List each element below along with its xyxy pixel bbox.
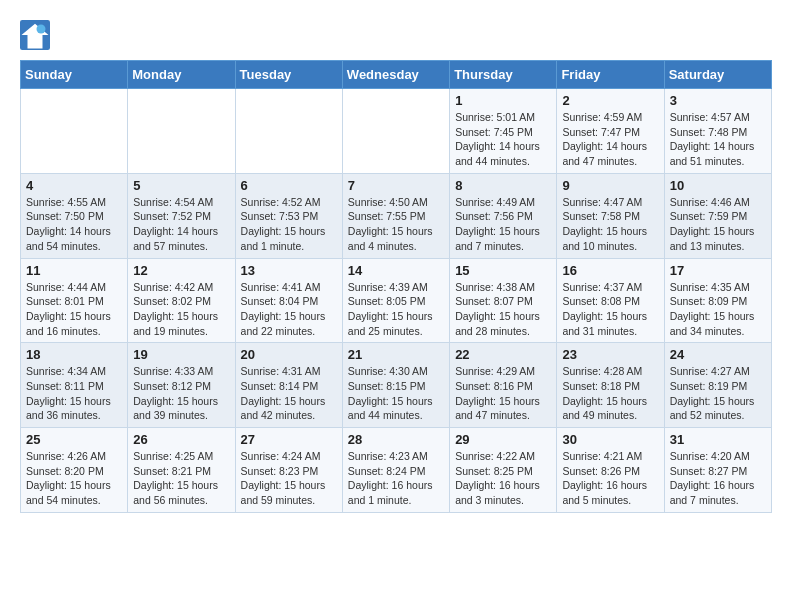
cell-content: Sunrise: 4:41 AM Sunset: 8:04 PM Dayligh… bbox=[241, 280, 337, 339]
day-number: 5 bbox=[133, 178, 229, 193]
calendar-cell bbox=[342, 89, 449, 174]
day-number: 18 bbox=[26, 347, 122, 362]
header-row: SundayMondayTuesdayWednesdayThursdayFrid… bbox=[21, 61, 772, 89]
cell-content: Sunrise: 4:50 AM Sunset: 7:55 PM Dayligh… bbox=[348, 195, 444, 254]
cell-content: Sunrise: 4:57 AM Sunset: 7:48 PM Dayligh… bbox=[670, 110, 766, 169]
calendar-cell: 9Sunrise: 4:47 AM Sunset: 7:58 PM Daylig… bbox=[557, 173, 664, 258]
day-number: 17 bbox=[670, 263, 766, 278]
calendar-cell: 8Sunrise: 4:49 AM Sunset: 7:56 PM Daylig… bbox=[450, 173, 557, 258]
calendar-cell bbox=[235, 89, 342, 174]
cell-content: Sunrise: 4:49 AM Sunset: 7:56 PM Dayligh… bbox=[455, 195, 551, 254]
calendar-cell: 30Sunrise: 4:21 AM Sunset: 8:26 PM Dayli… bbox=[557, 428, 664, 513]
day-number: 30 bbox=[562, 432, 658, 447]
day-number: 15 bbox=[455, 263, 551, 278]
calendar-cell: 3Sunrise: 4:57 AM Sunset: 7:48 PM Daylig… bbox=[664, 89, 771, 174]
day-number: 23 bbox=[562, 347, 658, 362]
calendar-cell bbox=[128, 89, 235, 174]
day-header-thursday: Thursday bbox=[450, 61, 557, 89]
day-number: 14 bbox=[348, 263, 444, 278]
cell-content: Sunrise: 4:24 AM Sunset: 8:23 PM Dayligh… bbox=[241, 449, 337, 508]
day-number: 7 bbox=[348, 178, 444, 193]
day-number: 13 bbox=[241, 263, 337, 278]
day-number: 27 bbox=[241, 432, 337, 447]
day-number: 4 bbox=[26, 178, 122, 193]
day-number: 25 bbox=[26, 432, 122, 447]
calendar-cell: 6Sunrise: 4:52 AM Sunset: 7:53 PM Daylig… bbox=[235, 173, 342, 258]
cell-content: Sunrise: 4:55 AM Sunset: 7:50 PM Dayligh… bbox=[26, 195, 122, 254]
cell-content: Sunrise: 4:34 AM Sunset: 8:11 PM Dayligh… bbox=[26, 364, 122, 423]
calendar-cell: 16Sunrise: 4:37 AM Sunset: 8:08 PM Dayli… bbox=[557, 258, 664, 343]
cell-content: Sunrise: 4:22 AM Sunset: 8:25 PM Dayligh… bbox=[455, 449, 551, 508]
week-row-1: 1Sunrise: 5:01 AM Sunset: 7:45 PM Daylig… bbox=[21, 89, 772, 174]
calendar-cell: 23Sunrise: 4:28 AM Sunset: 8:18 PM Dayli… bbox=[557, 343, 664, 428]
day-number: 10 bbox=[670, 178, 766, 193]
cell-content: Sunrise: 4:23 AM Sunset: 8:24 PM Dayligh… bbox=[348, 449, 444, 508]
cell-content: Sunrise: 4:27 AM Sunset: 8:19 PM Dayligh… bbox=[670, 364, 766, 423]
calendar-cell: 27Sunrise: 4:24 AM Sunset: 8:23 PM Dayli… bbox=[235, 428, 342, 513]
calendar-cell bbox=[21, 89, 128, 174]
logo-icon bbox=[20, 20, 50, 50]
cell-content: Sunrise: 4:38 AM Sunset: 8:07 PM Dayligh… bbox=[455, 280, 551, 339]
calendar-cell: 7Sunrise: 4:50 AM Sunset: 7:55 PM Daylig… bbox=[342, 173, 449, 258]
calendar-cell: 5Sunrise: 4:54 AM Sunset: 7:52 PM Daylig… bbox=[128, 173, 235, 258]
cell-content: Sunrise: 4:39 AM Sunset: 8:05 PM Dayligh… bbox=[348, 280, 444, 339]
day-number: 16 bbox=[562, 263, 658, 278]
cell-content: Sunrise: 4:35 AM Sunset: 8:09 PM Dayligh… bbox=[670, 280, 766, 339]
day-number: 20 bbox=[241, 347, 337, 362]
day-number: 22 bbox=[455, 347, 551, 362]
calendar-cell: 14Sunrise: 4:39 AM Sunset: 8:05 PM Dayli… bbox=[342, 258, 449, 343]
calendar-cell: 2Sunrise: 4:59 AM Sunset: 7:47 PM Daylig… bbox=[557, 89, 664, 174]
day-number: 24 bbox=[670, 347, 766, 362]
cell-content: Sunrise: 5:01 AM Sunset: 7:45 PM Dayligh… bbox=[455, 110, 551, 169]
day-number: 3 bbox=[670, 93, 766, 108]
week-row-5: 25Sunrise: 4:26 AM Sunset: 8:20 PM Dayli… bbox=[21, 428, 772, 513]
calendar-cell: 21Sunrise: 4:30 AM Sunset: 8:15 PM Dayli… bbox=[342, 343, 449, 428]
svg-point-2 bbox=[37, 25, 46, 34]
page-header bbox=[20, 20, 772, 50]
calendar-cell: 18Sunrise: 4:34 AM Sunset: 8:11 PM Dayli… bbox=[21, 343, 128, 428]
calendar-cell: 10Sunrise: 4:46 AM Sunset: 7:59 PM Dayli… bbox=[664, 173, 771, 258]
calendar-cell: 11Sunrise: 4:44 AM Sunset: 8:01 PM Dayli… bbox=[21, 258, 128, 343]
cell-content: Sunrise: 4:25 AM Sunset: 8:21 PM Dayligh… bbox=[133, 449, 229, 508]
calendar-cell: 29Sunrise: 4:22 AM Sunset: 8:25 PM Dayli… bbox=[450, 428, 557, 513]
day-number: 29 bbox=[455, 432, 551, 447]
cell-content: Sunrise: 4:54 AM Sunset: 7:52 PM Dayligh… bbox=[133, 195, 229, 254]
day-header-wednesday: Wednesday bbox=[342, 61, 449, 89]
calendar-cell: 22Sunrise: 4:29 AM Sunset: 8:16 PM Dayli… bbox=[450, 343, 557, 428]
week-row-3: 11Sunrise: 4:44 AM Sunset: 8:01 PM Dayli… bbox=[21, 258, 772, 343]
cell-content: Sunrise: 4:44 AM Sunset: 8:01 PM Dayligh… bbox=[26, 280, 122, 339]
calendar-cell: 31Sunrise: 4:20 AM Sunset: 8:27 PM Dayli… bbox=[664, 428, 771, 513]
calendar-cell: 19Sunrise: 4:33 AM Sunset: 8:12 PM Dayli… bbox=[128, 343, 235, 428]
calendar-cell: 20Sunrise: 4:31 AM Sunset: 8:14 PM Dayli… bbox=[235, 343, 342, 428]
cell-content: Sunrise: 4:21 AM Sunset: 8:26 PM Dayligh… bbox=[562, 449, 658, 508]
cell-content: Sunrise: 4:30 AM Sunset: 8:15 PM Dayligh… bbox=[348, 364, 444, 423]
calendar-cell: 13Sunrise: 4:41 AM Sunset: 8:04 PM Dayli… bbox=[235, 258, 342, 343]
day-number: 26 bbox=[133, 432, 229, 447]
calendar-cell: 12Sunrise: 4:42 AM Sunset: 8:02 PM Dayli… bbox=[128, 258, 235, 343]
calendar-cell: 4Sunrise: 4:55 AM Sunset: 7:50 PM Daylig… bbox=[21, 173, 128, 258]
day-header-sunday: Sunday bbox=[21, 61, 128, 89]
calendar-cell: 25Sunrise: 4:26 AM Sunset: 8:20 PM Dayli… bbox=[21, 428, 128, 513]
logo bbox=[20, 20, 52, 50]
day-header-monday: Monday bbox=[128, 61, 235, 89]
day-number: 21 bbox=[348, 347, 444, 362]
cell-content: Sunrise: 4:46 AM Sunset: 7:59 PM Dayligh… bbox=[670, 195, 766, 254]
cell-content: Sunrise: 4:28 AM Sunset: 8:18 PM Dayligh… bbox=[562, 364, 658, 423]
week-row-4: 18Sunrise: 4:34 AM Sunset: 8:11 PM Dayli… bbox=[21, 343, 772, 428]
day-number: 6 bbox=[241, 178, 337, 193]
cell-content: Sunrise: 4:42 AM Sunset: 8:02 PM Dayligh… bbox=[133, 280, 229, 339]
day-number: 19 bbox=[133, 347, 229, 362]
calendar-cell: 15Sunrise: 4:38 AM Sunset: 8:07 PM Dayli… bbox=[450, 258, 557, 343]
cell-content: Sunrise: 4:26 AM Sunset: 8:20 PM Dayligh… bbox=[26, 449, 122, 508]
cell-content: Sunrise: 4:52 AM Sunset: 7:53 PM Dayligh… bbox=[241, 195, 337, 254]
day-number: 11 bbox=[26, 263, 122, 278]
day-number: 2 bbox=[562, 93, 658, 108]
calendar-cell: 1Sunrise: 5:01 AM Sunset: 7:45 PM Daylig… bbox=[450, 89, 557, 174]
day-header-tuesday: Tuesday bbox=[235, 61, 342, 89]
day-header-friday: Friday bbox=[557, 61, 664, 89]
calendar-table: SundayMondayTuesdayWednesdayThursdayFrid… bbox=[20, 60, 772, 513]
day-number: 31 bbox=[670, 432, 766, 447]
calendar-cell: 24Sunrise: 4:27 AM Sunset: 8:19 PM Dayli… bbox=[664, 343, 771, 428]
day-number: 8 bbox=[455, 178, 551, 193]
cell-content: Sunrise: 4:29 AM Sunset: 8:16 PM Dayligh… bbox=[455, 364, 551, 423]
